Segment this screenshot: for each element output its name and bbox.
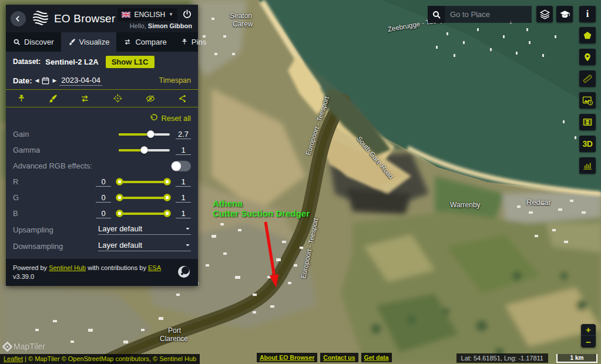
green-max-input[interactable] xyxy=(176,193,191,203)
leaflet-link[interactable]: Leaflet xyxy=(4,355,23,362)
blue-min-input[interactable] xyxy=(96,209,111,218)
info-icon: i xyxy=(586,9,589,19)
logout-button[interactable] xyxy=(182,9,192,19)
layer-toolbar xyxy=(6,89,198,107)
sentinel-hub-link[interactable]: Sentinel Hub xyxy=(49,264,86,271)
scale-bar: 1 km xyxy=(556,354,597,363)
ruler-icon xyxy=(582,73,593,84)
osm-link[interactable]: © OpenStreetMap contributors, xyxy=(62,355,151,362)
app-title: EO Browser xyxy=(54,12,115,25)
red-channel-label: R xyxy=(13,177,96,186)
map-tools-column: 3D xyxy=(579,27,596,174)
pentagon-icon xyxy=(583,31,592,40)
tab-visualize[interactable]: Visualize xyxy=(61,32,117,52)
panel-footer: Powered by Sentinel Hub with contributio… xyxy=(6,259,198,286)
show-l1c-button[interactable]: Show L1C xyxy=(106,56,155,68)
panel-tabs: Discover Visualize Compare Pins xyxy=(6,32,198,52)
tab-discover[interactable]: Discover xyxy=(6,32,61,52)
get-data-link[interactable]: Get data xyxy=(361,353,392,362)
timespan-link[interactable]: Timespan xyxy=(159,76,191,85)
search-icon xyxy=(432,10,441,19)
user-greeting: Hello, Simon Gibbon xyxy=(130,22,192,29)
maptiler-link[interactable]: © MapTiler xyxy=(28,355,60,362)
panel-header: EO Browser ENGLISH ▼ xyxy=(6,5,198,32)
film-icon xyxy=(582,117,593,127)
zoom-out-button[interactable]: − xyxy=(581,336,596,348)
image-download-icon xyxy=(582,95,593,106)
search-button[interactable] xyxy=(428,6,445,23)
collapse-panel-button[interactable] xyxy=(11,11,26,26)
contact-us-link[interactable]: Contact us xyxy=(320,353,358,362)
gamma-value-input[interactable] xyxy=(176,146,191,155)
add-to-compare-icon[interactable] xyxy=(80,94,90,103)
esa-link[interactable]: ESA xyxy=(148,264,161,271)
graduation-cap-icon xyxy=(559,9,570,20)
compare-arrows-icon xyxy=(123,38,132,46)
pin-layer-icon[interactable] xyxy=(17,94,26,103)
green-channel-label: G xyxy=(13,193,96,202)
reset-all-button[interactable]: Reset all xyxy=(6,110,198,126)
chevron-down-icon xyxy=(184,242,191,248)
downsampling-select[interactable]: Layer default xyxy=(98,241,191,251)
red-range-slider[interactable] xyxy=(117,181,170,183)
zoom-control: + − xyxy=(581,324,596,348)
green-min-input[interactable] xyxy=(96,193,111,203)
histogram-icon xyxy=(582,160,593,171)
dataset-value: Sentinel-2 L2A xyxy=(45,58,98,66)
search-group xyxy=(428,6,532,23)
blue-max-input[interactable] xyxy=(176,209,191,218)
location-marker-icon xyxy=(583,52,592,62)
prev-date-button[interactable]: ◀ xyxy=(35,77,39,83)
tab-pins[interactable]: Pins xyxy=(174,32,213,52)
gain-slider[interactable] xyxy=(119,133,170,136)
crosshair-center-icon[interactable] xyxy=(113,93,123,103)
chevron-left-icon xyxy=(14,15,22,23)
hide-layer-eye-off-icon[interactable] xyxy=(145,94,156,103)
date-value[interactable]: 2023-04-04 xyxy=(59,76,102,86)
draw-area-button[interactable] xyxy=(579,27,596,43)
dataset-label: Dataset: xyxy=(13,58,41,66)
zoom-in-button[interactable]: + xyxy=(581,324,596,336)
gain-label: Gain xyxy=(13,130,119,139)
sentinel-hub-attr-link[interactable]: © Sentinel Hub xyxy=(153,355,196,362)
red-min-input[interactable] xyxy=(96,177,111,187)
calendar-icon[interactable] xyxy=(41,76,50,85)
place-marker-button[interactable] xyxy=(579,49,596,65)
downsampling-label: Downsampling xyxy=(13,242,98,251)
about-eo-browser-link[interactable]: About EO Browser xyxy=(257,353,317,362)
green-range-slider[interactable] xyxy=(117,197,170,199)
uk-flag-icon xyxy=(122,12,130,18)
next-date-button[interactable]: ▶ xyxy=(52,77,56,83)
tutorial-button[interactable] xyxy=(556,6,573,22)
download-image-button[interactable] xyxy=(579,92,596,109)
upsampling-select[interactable]: Layer default xyxy=(98,224,191,235)
tab-compare[interactable]: Compare xyxy=(116,32,173,52)
language-select[interactable]: ENGLISH ▼ xyxy=(117,8,177,21)
blue-channel-label: B xyxy=(13,209,96,218)
share-icon[interactable] xyxy=(178,94,187,103)
view-3d-button[interactable]: 3D xyxy=(579,136,596,152)
upsampling-label: Upsampling xyxy=(13,225,98,234)
search-input[interactable] xyxy=(445,6,532,23)
info-button[interactable]: i xyxy=(579,6,596,22)
maptiler-watermark[interactable]: MapTiler xyxy=(4,342,45,351)
advanced-rgb-toggle[interactable] xyxy=(171,161,191,171)
sidebar-panel: EO Browser ENGLISH ▼ xyxy=(6,5,198,286)
upsampling-value: Layer default xyxy=(98,224,142,233)
measure-button[interactable] xyxy=(579,70,596,87)
blue-range-slider[interactable] xyxy=(117,213,170,215)
map-attribution: Leaflet | © MapTiler © OpenStreetMap con… xyxy=(0,354,200,364)
gain-value-input[interactable] xyxy=(176,130,191,139)
user-name: Simon Gibbon xyxy=(148,22,192,29)
footer-links: About EO Browser Contact us Get data xyxy=(257,353,392,362)
chevron-down-icon xyxy=(184,225,191,232)
gamma-slider[interactable] xyxy=(119,149,170,151)
maptiler-logo-icon xyxy=(2,341,12,352)
timelapse-button[interactable] xyxy=(579,114,596,130)
red-max-input[interactable] xyxy=(176,177,191,187)
customize-brush-icon[interactable] xyxy=(48,94,58,103)
histogram-button[interactable] xyxy=(579,157,596,174)
3d-icon: 3D xyxy=(583,139,593,149)
language-label: ENGLISH xyxy=(134,11,165,19)
layers-button[interactable] xyxy=(536,6,553,22)
